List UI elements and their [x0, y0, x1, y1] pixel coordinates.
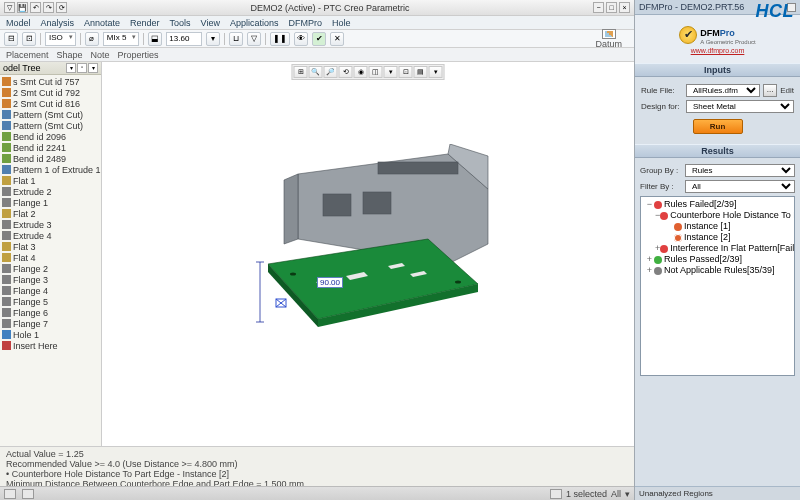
tree-item[interactable]: Pattern 1 of Extrude 1 [0, 164, 101, 175]
display-style-icon[interactable]: ◫ [369, 66, 383, 78]
undo-icon[interactable]: ↶ [30, 2, 41, 13]
tree-filter-icon[interactable]: ▾ [66, 63, 76, 73]
result-node[interactable]: −Counterbore Hole Distance To Part Edge[… [643, 210, 792, 221]
filter-dropdown-icon[interactable]: ▾ [625, 489, 630, 499]
results-tree[interactable]: −Rules Failed[2/39]−Counterbore Hole Dis… [640, 196, 795, 376]
tree-item[interactable]: Bend id 2096 [0, 131, 101, 142]
menu-tools[interactable]: Tools [170, 18, 191, 28]
tree-item[interactable]: Flange 5 [0, 296, 101, 307]
thread-icon[interactable]: ⌀ [85, 32, 99, 46]
result-node[interactable]: +Rules Passed[2/39] [643, 254, 792, 265]
group-by-select[interactable]: Rules [685, 164, 795, 177]
ok-button[interactable]: ✔ [312, 32, 326, 46]
menu-model[interactable]: Model [6, 18, 31, 28]
result-node[interactable]: +Interference In Flat Pattern[Failed 2/2… [643, 243, 792, 254]
zoom-in-icon[interactable]: 🔍 [309, 66, 323, 78]
hole-std-icon[interactable]: ⊡ [22, 32, 36, 46]
refit-icon[interactable]: ⊞ [294, 66, 308, 78]
spin-icon[interactable]: ◉ [354, 66, 368, 78]
tree-item[interactable]: Flange 4 [0, 285, 101, 296]
tab-placement[interactable]: Placement [6, 50, 49, 60]
hole-type-icon[interactable]: ⊟ [4, 32, 18, 46]
maximize-button[interactable]: □ [606, 2, 617, 13]
dimension-label[interactable]: 90.00 [317, 277, 343, 288]
tree-item[interactable]: Extrude 3 [0, 219, 101, 230]
pause-icon[interactable]: ❚❚ [270, 32, 290, 46]
annotations-icon[interactable]: ▤ [414, 66, 428, 78]
tree-item[interactable]: Extrude 4 [0, 230, 101, 241]
rule-file-edit-link[interactable]: Edit [780, 86, 794, 95]
tree-item[interactable]: Flat 3 [0, 241, 101, 252]
menu-analysis[interactable]: Analysis [41, 18, 75, 28]
tree-item[interactable]: Pattern (Smt Cut) [0, 109, 101, 120]
menu-dfmpro[interactable]: DFMPro [289, 18, 323, 28]
view-manager-icon[interactable]: ⊡ [399, 66, 413, 78]
depth-input[interactable] [166, 32, 202, 46]
tree-item[interactable]: 2 Smt Cut id 816 [0, 98, 101, 109]
redo-icon[interactable]: ↷ [43, 2, 54, 13]
save-icon[interactable]: 💾 [17, 2, 28, 13]
tree-item[interactable]: s Smt Cut id 757 [0, 76, 101, 87]
expand-icon[interactable]: + [645, 254, 654, 265]
saved-views-icon[interactable]: ▾ [384, 66, 398, 78]
menu-render[interactable]: Render [130, 18, 160, 28]
rule-file-browse-button[interactable]: ... [763, 84, 777, 97]
datum-plane-icon[interactable] [602, 29, 616, 39]
tab-shape[interactable]: Shape [57, 50, 83, 60]
selection-filter[interactable]: All [611, 489, 621, 499]
cbore-icon[interactable]: ⊔ [229, 32, 243, 46]
dfm-website-link[interactable]: www.dfmpro.com [691, 47, 745, 54]
3d-model[interactable] [228, 144, 508, 364]
tree-item[interactable]: Bend id 2241 [0, 142, 101, 153]
tab-properties[interactable]: Properties [118, 50, 159, 60]
csink-icon[interactable]: ▽ [247, 32, 261, 46]
tree-item[interactable]: Flat 4 [0, 252, 101, 263]
design-for-select[interactable]: Sheet Metal [686, 100, 794, 113]
tree-item[interactable]: Hole 1 [0, 329, 101, 340]
cancel-button[interactable]: ✕ [330, 32, 344, 46]
result-node[interactable]: +Not Applicable Rules[35/39] [643, 265, 792, 276]
zoom-out-icon[interactable]: 🔎 [324, 66, 338, 78]
tree-item[interactable]: Extrude 2 [0, 186, 101, 197]
tree-item[interactable]: Bend id 2489 [0, 153, 101, 164]
result-node[interactable]: Instance [1] [643, 221, 792, 232]
tree-item[interactable]: Flange 3 [0, 274, 101, 285]
tree-item[interactable]: Flange 1 [0, 197, 101, 208]
3d-viewport[interactable]: ⊞ 🔍 🔎 ⟲ ◉ ◫ ▾ ⊡ ▤ ▾ [102, 62, 634, 446]
preview-icon[interactable]: 👁 [294, 32, 308, 46]
regen-icon[interactable]: ⟳ [56, 2, 67, 13]
mix-select[interactable]: MIx 5 [103, 32, 140, 46]
result-node[interactable]: Instance [2] [643, 232, 792, 243]
sb-select-icon[interactable] [550, 489, 562, 499]
tree-item[interactable]: Flange 2 [0, 263, 101, 274]
run-button[interactable]: Run [693, 119, 743, 134]
tab-note[interactable]: Note [91, 50, 110, 60]
depth-dropdown-icon[interactable]: ▾ [206, 32, 220, 46]
tree-item[interactable]: Flange 6 [0, 307, 101, 318]
minimize-button[interactable]: − [593, 2, 604, 13]
datum-group[interactable]: Datum [595, 29, 630, 49]
rule-file-select[interactable]: AllRules.dfm [686, 84, 760, 97]
result-node[interactable]: −Rules Failed[2/39] [643, 199, 792, 210]
iso-select[interactable]: ISO [45, 32, 76, 46]
tree-item[interactable]: Flat 1 [0, 175, 101, 186]
sb-btn-1[interactable] [4, 489, 16, 499]
expand-icon[interactable]: + [645, 265, 654, 276]
menu-hole[interactable]: Hole [332, 18, 351, 28]
menu-annotate[interactable]: Annotate [84, 18, 120, 28]
tree-settings-icon[interactable]: ▾ [88, 63, 98, 73]
tree-item[interactable]: Flange 7 [0, 318, 101, 329]
depth-icon[interactable]: ⬓ [148, 32, 162, 46]
layers-icon[interactable]: ▾ [429, 66, 443, 78]
close-button[interactable]: × [619, 2, 630, 13]
menu-applications[interactable]: Applications [230, 18, 279, 28]
filter-by-select[interactable]: All [685, 180, 795, 193]
app-menu-icon[interactable]: ▽ [4, 2, 15, 13]
tree-item[interactable]: 2 Smt Cut id 792 [0, 87, 101, 98]
repaint-icon[interactable]: ⟲ [339, 66, 353, 78]
tree-item[interactable]: Pattern (Smt Cut) [0, 120, 101, 131]
tree-item[interactable]: Insert Here [0, 340, 101, 351]
menu-view[interactable]: View [201, 18, 220, 28]
tree-item[interactable]: Flat 2 [0, 208, 101, 219]
sb-btn-2[interactable] [22, 489, 34, 499]
